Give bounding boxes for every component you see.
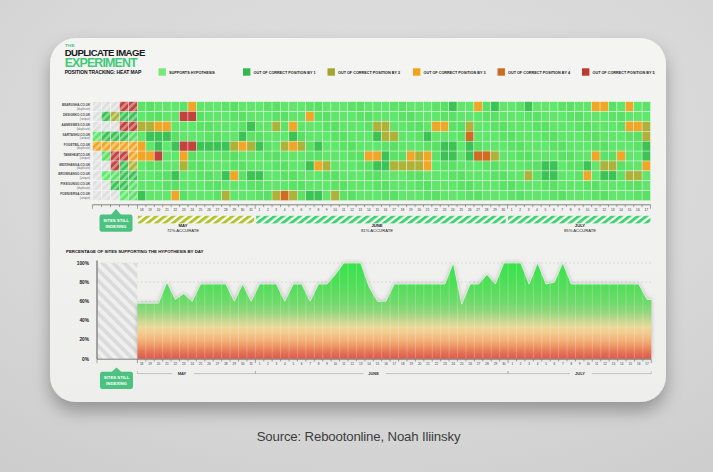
svg-text:10: 10 <box>586 208 590 212</box>
svg-text:30: 30 <box>241 362 245 366</box>
svg-text:17: 17 <box>645 362 649 366</box>
svg-text:26: 26 <box>468 208 472 212</box>
svg-text:6: 6 <box>553 208 555 212</box>
svg-text:22: 22 <box>434 208 438 212</box>
svg-text:18: 18 <box>401 208 405 212</box>
svg-text:100%: 100% <box>77 261 90 266</box>
svg-text:8: 8 <box>318 362 320 366</box>
svg-text:1: 1 <box>259 362 261 366</box>
svg-text:60%: 60% <box>79 299 89 304</box>
svg-text:18: 18 <box>140 362 144 366</box>
svg-text:7: 7 <box>309 208 311 212</box>
svg-text:4: 4 <box>284 362 286 366</box>
svg-text:14: 14 <box>367 208 371 212</box>
svg-text:9: 9 <box>326 208 328 212</box>
svg-text:OUT OF CORRECT POSITION BY 1: OUT OF CORRECT POSITION BY 1 <box>254 71 316 75</box>
svg-text:(duplicate): (duplicate) <box>77 186 91 190</box>
svg-text:80%: 80% <box>79 280 89 285</box>
svg-text:INDEXING: INDEXING <box>106 381 127 386</box>
svg-text:15: 15 <box>375 208 379 212</box>
svg-text:11: 11 <box>594 208 598 212</box>
svg-text:5: 5 <box>292 362 294 366</box>
svg-text:18: 18 <box>401 362 405 366</box>
svg-text:20%: 20% <box>79 337 89 342</box>
svg-text:28: 28 <box>485 362 489 366</box>
svg-text:17: 17 <box>393 362 397 366</box>
svg-text:22: 22 <box>435 362 439 366</box>
svg-text:(unique): (unique) <box>80 136 91 140</box>
svg-text:15: 15 <box>628 208 632 212</box>
svg-text:20: 20 <box>157 362 161 366</box>
svg-text:4: 4 <box>536 208 538 212</box>
svg-text:7: 7 <box>562 362 564 366</box>
svg-text:20: 20 <box>157 208 161 212</box>
svg-text:26: 26 <box>207 208 211 212</box>
svg-text:13: 13 <box>612 362 616 366</box>
svg-text:8: 8 <box>570 362 572 366</box>
svg-text:23: 23 <box>443 208 447 212</box>
svg-text:2: 2 <box>520 362 522 366</box>
svg-text:14: 14 <box>367 362 371 366</box>
svg-text:27: 27 <box>216 208 220 212</box>
svg-text:8: 8 <box>317 208 319 212</box>
svg-text:27: 27 <box>476 208 480 212</box>
svg-text:(duplicate): (duplicate) <box>77 146 91 150</box>
svg-text:1: 1 <box>511 362 513 366</box>
svg-text:PERCENTAGE OF SITES SUPPORTING: PERCENTAGE OF SITES SUPPORTING THE HYPOT… <box>66 249 204 254</box>
svg-text:30: 30 <box>502 208 506 212</box>
svg-text:5: 5 <box>292 208 294 212</box>
svg-text:40%: 40% <box>79 318 89 323</box>
svg-text:(duplicate): (duplicate) <box>77 127 91 131</box>
svg-text:(unique): (unique) <box>80 196 91 200</box>
svg-text:23: 23 <box>443 362 447 366</box>
svg-text:15: 15 <box>376 362 380 366</box>
svg-text:19: 19 <box>409 362 413 366</box>
svg-text:5: 5 <box>545 362 547 366</box>
svg-text:11: 11 <box>342 208 346 212</box>
svg-text:5: 5 <box>544 208 546 212</box>
svg-text:21: 21 <box>426 208 430 212</box>
svg-text:26: 26 <box>207 362 211 366</box>
svg-text:30: 30 <box>241 208 245 212</box>
svg-text:3: 3 <box>528 208 530 212</box>
svg-text:19: 19 <box>409 208 413 212</box>
svg-text:9: 9 <box>579 362 581 366</box>
svg-text:(duplicate): (duplicate) <box>77 166 91 170</box>
svg-text:12: 12 <box>602 208 606 212</box>
svg-text:SITES STILL: SITES STILL <box>103 218 129 223</box>
svg-text:JULY: JULY <box>575 371 585 376</box>
svg-text:11: 11 <box>595 362 598 366</box>
svg-text:29: 29 <box>493 208 497 212</box>
svg-text:Source: Rebootonline, Noah Ili: Source: Rebootonline, Noah Iliinsky <box>257 429 461 444</box>
svg-text:27: 27 <box>477 362 481 366</box>
svg-text:16: 16 <box>384 362 388 366</box>
svg-text:7: 7 <box>309 362 311 366</box>
svg-text:27: 27 <box>216 362 220 366</box>
svg-text:17: 17 <box>392 208 396 212</box>
svg-text:12: 12 <box>350 208 354 212</box>
svg-text:12: 12 <box>603 362 607 366</box>
svg-text:9: 9 <box>326 362 328 366</box>
svg-text:3: 3 <box>275 208 277 212</box>
svg-text:13: 13 <box>611 208 615 212</box>
svg-text:17: 17 <box>645 208 649 212</box>
svg-text:1: 1 <box>259 208 261 212</box>
svg-text:OUT OF CORRECT POSITION BY 3: OUT OF CORRECT POSITION BY 3 <box>424 71 486 75</box>
svg-text:16: 16 <box>637 362 641 366</box>
svg-text:10: 10 <box>333 208 337 212</box>
svg-text:8: 8 <box>570 208 572 212</box>
svg-text:11: 11 <box>342 362 345 366</box>
svg-text:16: 16 <box>384 208 388 212</box>
svg-text:SUPPORTS HYPOTHESIS: SUPPORTS HYPOTHESIS <box>169 71 215 75</box>
svg-text:3: 3 <box>276 362 278 366</box>
svg-text:28: 28 <box>224 362 228 366</box>
svg-text:0%: 0% <box>82 357 90 362</box>
svg-text:31: 31 <box>249 362 253 366</box>
svg-text:9: 9 <box>578 208 580 212</box>
svg-text:29: 29 <box>494 362 498 366</box>
svg-text:(unique): (unique) <box>80 117 91 121</box>
svg-text:(duplicate): (duplicate) <box>77 107 91 111</box>
svg-text:(unique): (unique) <box>80 156 91 160</box>
svg-text:21: 21 <box>426 362 430 366</box>
svg-text:OUT OF CORRECT POSITION BY 5: OUT OF CORRECT POSITION BY 5 <box>593 71 655 75</box>
